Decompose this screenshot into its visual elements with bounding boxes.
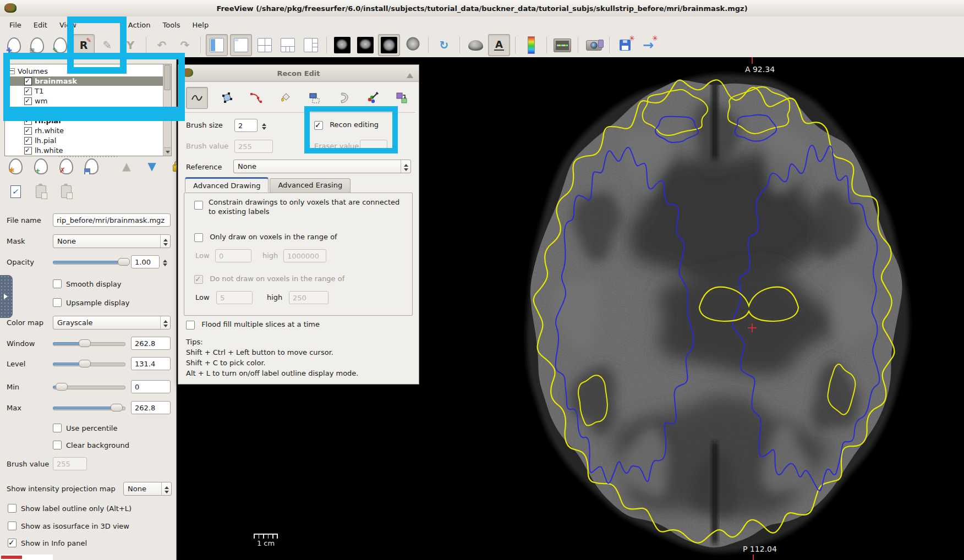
layout-1x3-icon[interactable] (277, 35, 298, 56)
pan-tool-icon[interactable]: ✚ (3, 35, 24, 56)
tab-advanced-erasing[interactable]: Advanced Erasing (270, 178, 350, 193)
tree-checkbox[interactable] (24, 127, 32, 135)
flood-fill-checkbox[interactable] (186, 321, 195, 330)
fill-tool-icon[interactable] (275, 87, 295, 108)
min-slider[interactable] (53, 383, 125, 391)
scroll-down-icon[interactable] (164, 147, 171, 155)
only-draw-checkbox[interactable] (194, 233, 203, 242)
recon-editing-checkbox[interactable] (314, 121, 323, 130)
tab-advanced-drawing[interactable]: Advanced Drawing (185, 177, 269, 192)
tree-group-surfaces[interactable]: Surfaces (6, 106, 163, 116)
reference-select[interactable]: None (233, 160, 411, 173)
slider-handle[interactable] (79, 360, 91, 367)
pointset-tool-icon[interactable]: Y (120, 35, 141, 56)
copy-structure-tool-icon[interactable] (391, 87, 412, 108)
slider-handle[interactable] (56, 383, 68, 391)
paste-settings-button[interactable] (31, 182, 51, 201)
isosurface-checkbox[interactable] (8, 521, 17, 530)
menu-edit[interactable]: Edit (28, 18, 53, 32)
tree-checkbox[interactable] (24, 97, 32, 105)
view-coronal-icon[interactable] (355, 35, 376, 56)
tree-checkbox[interactable] (24, 147, 32, 155)
layout-1x3-side-icon[interactable] (300, 35, 321, 56)
copy-settings-button[interactable] (6, 182, 25, 201)
add-layer-button[interactable]: ＋ (31, 156, 51, 176)
slider-handle[interactable] (111, 404, 123, 411)
view-sagittal-icon[interactable] (332, 35, 353, 56)
slider-handle[interactable] (79, 339, 91, 347)
menu-file[interactable]: File (3, 18, 28, 32)
smooth-display-checkbox[interactable] (53, 279, 62, 288)
tree-item-lh-white[interactable]: lh.white (6, 146, 163, 155)
recon-edit-dialog[interactable]: Recon Edit Brush size Recon editing Brus… (178, 64, 419, 385)
menu-view[interactable]: View (53, 18, 83, 32)
menu-action[interactable]: Action (122, 18, 157, 32)
view-axial-icon[interactable] (378, 34, 400, 56)
show-info-checkbox[interactable] (8, 539, 17, 547)
contour-tool-icon[interactable] (333, 87, 354, 108)
opacity-slider[interactable] (53, 258, 124, 266)
tree-item-t1[interactable]: T1 (6, 86, 163, 96)
screenshot-icon[interactable] (583, 35, 604, 56)
show-annotation-icon[interactable]: A (488, 34, 510, 56)
tree-item-brainmask[interactable]: brainmask (6, 76, 163, 86)
tree-item-wm[interactable]: wm (6, 96, 163, 106)
refresh-icon[interactable]: ↻ (434, 35, 454, 56)
opacity-spin-icon[interactable] (162, 257, 168, 266)
slider-handle[interactable] (118, 258, 130, 266)
max-input[interactable] (131, 401, 171, 414)
file-name-input[interactable] (53, 213, 171, 227)
save-layer-button[interactable] (81, 156, 101, 176)
colorbar-icon[interactable] (521, 35, 541, 56)
brain-surface-icon[interactable] (465, 35, 486, 56)
recon-edit-tool-icon[interactable]: R✎ (73, 34, 95, 56)
freehand-tool-icon[interactable] (186, 87, 208, 109)
time-series-icon[interactable] (552, 35, 573, 56)
move-layer-up-button[interactable]: ▲ (117, 156, 136, 176)
tree-checkbox[interactable] (24, 78, 32, 85)
scrollbar-thumb[interactable] (164, 65, 171, 90)
level-input[interactable] (131, 357, 171, 370)
window-slider[interactable] (53, 339, 125, 347)
goto-point-icon[interactable]: →✳ (638, 35, 659, 56)
tree-scrollbar[interactable] (163, 64, 171, 156)
label-outline-checkbox[interactable] (8, 504, 17, 513)
tree-checkbox[interactable] (24, 117, 32, 125)
brush-size-input[interactable] (234, 119, 258, 132)
roi-edit-tool-icon[interactable]: ✎ (97, 35, 118, 56)
color-map-select[interactable]: Grayscale (53, 316, 171, 330)
do-not-draw-checkbox[interactable] (194, 275, 203, 284)
tree-checkbox[interactable] (24, 137, 32, 145)
tree-item-rh-pial[interactable]: rh.pial (6, 116, 163, 125)
rollup-arrow-icon[interactable] (407, 70, 413, 78)
save-volume-icon[interactable]: ✳ (615, 35, 636, 56)
brush-size-spin-icon[interactable] (261, 121, 267, 130)
livewire-tool-icon[interactable] (245, 87, 266, 108)
panel-collapse-handle[interactable] (0, 275, 13, 318)
view-3d-icon[interactable] (402, 35, 423, 56)
tree-toggle-icon[interactable] (9, 108, 15, 114)
use-percentile-checkbox[interactable] (53, 424, 62, 432)
menu-tools[interactable]: Tools (157, 18, 187, 32)
paste-settings-all-button[interactable] (56, 182, 76, 201)
clone-tool-icon[interactable] (304, 87, 325, 108)
constrain-checkbox[interactable] (194, 201, 203, 210)
color-picker-tool-icon[interactable] (362, 87, 383, 108)
move-layer-down-button[interactable]: ▼ (142, 156, 162, 176)
tree-group-volumes[interactable]: Volumes (6, 67, 163, 76)
intensity-projection-select[interactable]: None (123, 482, 172, 496)
layout-2x2-icon[interactable] (254, 35, 275, 56)
show-panel-layout-icon[interactable] (206, 34, 228, 56)
window-input[interactable] (131, 337, 171, 350)
upsample-display-checkbox[interactable] (53, 298, 62, 307)
tree-item-lh-pial[interactable]: lh.pial (6, 136, 163, 145)
measure-tool-icon[interactable]: ≡ (26, 35, 47, 56)
remove-layer-button[interactable]: ✗ (56, 156, 76, 176)
min-input[interactable] (131, 380, 171, 393)
redo-icon[interactable]: ↷ (174, 35, 195, 56)
tree-checkbox[interactable] (24, 87, 32, 95)
opacity-input[interactable] (131, 255, 160, 268)
voxel-edit-tool-icon[interactable]: ✎ (50, 35, 70, 56)
mask-select[interactable]: None (53, 234, 171, 248)
tree-toggle-icon[interactable] (9, 68, 15, 74)
